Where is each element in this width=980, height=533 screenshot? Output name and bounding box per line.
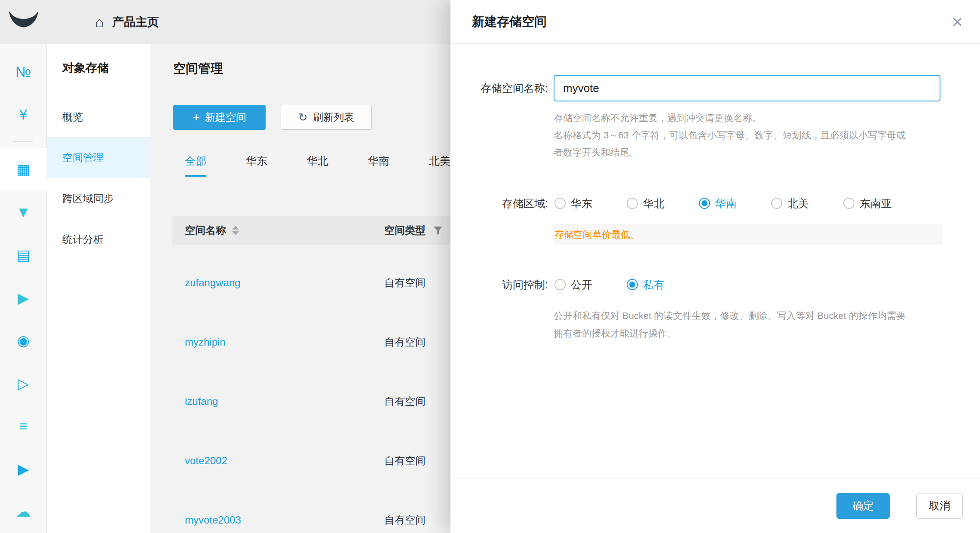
- space-type: 自有空间: [384, 454, 426, 468]
- live-video-icon[interactable]: ▷: [0, 362, 47, 405]
- plus-icon: +: [193, 110, 199, 124]
- radio-icon: [771, 198, 782, 209]
- pipeline-icon[interactable]: ≡: [0, 404, 47, 447]
- tab-all[interactable]: 全部: [185, 154, 206, 177]
- radio-icon: [627, 198, 638, 209]
- refresh-list-button-label: 刷新列表: [313, 110, 354, 124]
- tab-north-china[interactable]: 华北: [307, 154, 328, 177]
- sidebar-item-statistics[interactable]: 统计分析: [47, 219, 150, 260]
- close-icon[interactable]: ×: [952, 12, 963, 31]
- user-service-icon[interactable]: ◉: [0, 319, 47, 362]
- toolbar: + 新建空间 ↻ 刷新列表: [173, 105, 372, 130]
- billing-icon-glyph: ¥: [19, 107, 28, 122]
- radio-icon: [554, 279, 566, 290]
- cdn-icon-glyph: ▼: [16, 205, 31, 219]
- tab-north-america[interactable]: 北美: [429, 154, 450, 177]
- qiniu-logo[interactable]: [0, 0, 47, 44]
- region-option-label: 东南亚: [860, 196, 892, 211]
- radio-icon: [843, 198, 854, 209]
- filter-icon[interactable]: [433, 226, 443, 235]
- storage-region-options: 华东 华北 华南 北美 东南亚: [554, 195, 892, 212]
- drawer-footer: 确定 取消: [450, 478, 980, 533]
- bucket-name-help-line: 者数字开头和结尾。: [554, 144, 953, 161]
- region-option-north-china[interactable]: 华北: [627, 196, 665, 211]
- sort-icon[interactable]: [232, 226, 239, 235]
- region-option-southeast-asia[interactable]: 东南亚: [843, 196, 892, 211]
- billing-icon[interactable]: ¥: [0, 93, 47, 136]
- region-option-south-china[interactable]: 华南: [699, 196, 737, 211]
- sidebar-item-space-management[interactable]: 空间管理: [47, 137, 150, 178]
- dashboard-icon[interactable]: №: [0, 50, 47, 93]
- confirm-button[interactable]: 确定: [836, 493, 890, 519]
- new-space-button-label: 新建空间: [205, 110, 246, 124]
- cloud-icon[interactable]: ☁: [0, 490, 47, 533]
- storage-region-label: 存储区域:: [450, 195, 548, 212]
- refresh-icon: ↻: [298, 111, 308, 124]
- create-bucket-drawer: 新建存储空间 × 存储空间名称: 存储空间名称不允许重复，遇到冲突请更换名称。 …: [450, 0, 980, 533]
- drawer-title: 新建存储空间: [472, 13, 547, 31]
- access-option-public[interactable]: 公开: [554, 278, 592, 292]
- access-control-help-line: 拥有者的授权才能进行操作。: [554, 325, 953, 342]
- access-control-help-line: 公开和私有仅对 Bucket 的读文件生效，修改、删除、写入等对 Bucket …: [554, 307, 953, 325]
- drawer-body: 存储空间名称: 存储空间名称不允许重复，遇到冲突请更换名称。 名称格式为 3～6…: [450, 44, 980, 478]
- app-root: ⌂ 产品主页 № ¥ ▦ ▼ ▤ ▶ ◉ ▷ ≡ ▶ ☁ 对象存储 概览 空间管…: [0, 0, 980, 533]
- bucket-name-input[interactable]: [554, 75, 940, 101]
- live-video-icon-glyph: ▷: [18, 376, 29, 391]
- radio-checked-icon: [699, 198, 710, 209]
- sidebar-title: 对象存储: [47, 44, 150, 76]
- refresh-list-button[interactable]: ↻ 刷新列表: [281, 105, 372, 130]
- access-option-label: 公开: [571, 278, 592, 292]
- cancel-button[interactable]: 取消: [916, 493, 963, 519]
- tab-south-china[interactable]: 华南: [368, 154, 389, 177]
- rail-divider: [13, 141, 33, 142]
- region-option-east-china[interactable]: 华东: [554, 196, 592, 211]
- access-option-private[interactable]: 私有: [627, 278, 665, 292]
- space-link[interactable]: myvote2003: [185, 514, 241, 526]
- access-option-label: 私有: [643, 278, 665, 292]
- storage-icon[interactable]: ▤: [0, 233, 47, 276]
- media-processing-icon[interactable]: ▶: [0, 276, 47, 319]
- sidebar-menu: 概览 空间管理 跨区域同步 统计分析: [47, 96, 150, 260]
- space-type: 自有空间: [384, 513, 426, 527]
- space-link[interactable]: myzhipin: [185, 336, 226, 348]
- space-link[interactable]: zufangwang: [185, 277, 240, 289]
- media-processing-icon-glyph: ▶: [18, 291, 29, 305]
- icon-rail: № ¥ ▦ ▼ ▤ ▶ ◉ ▷ ≡ ▶ ☁: [0, 44, 47, 533]
- sidebar-item-cross-region-sync[interactable]: 跨区域同步: [47, 178, 150, 219]
- bucket-name-help-line: 存储空间名称不允许重复，遇到冲突请更换名称。: [554, 110, 953, 127]
- drawer-header: 新建存储空间 ×: [450, 0, 980, 44]
- dashboard-icon-glyph: №: [15, 64, 31, 79]
- access-control-help: 公开和私有仅对 Bucket 的读文件生效，修改、删除、写入等对 Bucket …: [554, 307, 953, 342]
- radio-icon: [554, 198, 566, 209]
- column-space-name-label: 空间名称: [185, 224, 226, 237]
- column-space-name: 空间名称: [185, 224, 239, 237]
- space-link[interactable]: izufang: [185, 395, 218, 407]
- access-control-label: 访问控制:: [450, 276, 548, 293]
- user-service-icon-glyph: ◉: [17, 333, 30, 348]
- cdn-icon[interactable]: ▼: [0, 191, 47, 234]
- region-option-label: 华东: [571, 196, 592, 211]
- region-tabs: 全部 华东 华北 华南 北美: [185, 154, 490, 177]
- region-option-label: 华北: [643, 196, 665, 211]
- bucket-name-help: 存储空间名称不允许重复，遇到冲突请更换名称。 名称格式为 3～63 个字符，可以…: [554, 110, 953, 161]
- qiniu-logo-icon: [7, 9, 40, 34]
- object-storage-icon[interactable]: ▦: [0, 148, 47, 191]
- space-type: 自有空间: [384, 335, 426, 349]
- region-option-north-america[interactable]: 北美: [771, 196, 809, 211]
- space-link[interactable]: vote2002: [185, 455, 227, 467]
- player-icon-glyph: ▶: [18, 462, 29, 476]
- region-price-note: 存储空间单价最低。: [554, 224, 943, 245]
- page-title: 空间管理: [173, 60, 223, 77]
- player-icon[interactable]: ▶: [0, 447, 47, 490]
- radio-checked-icon: [627, 279, 638, 290]
- column-space-type: 空间类型: [384, 224, 443, 237]
- sidebar-item-overview[interactable]: 概览: [47, 96, 150, 137]
- object-storage-icon-glyph: ▦: [16, 162, 30, 177]
- region-option-label: 北美: [787, 196, 809, 211]
- home-icon[interactable]: ⌂: [95, 15, 104, 29]
- new-space-button[interactable]: + 新建空间: [173, 105, 266, 130]
- product-home-link[interactable]: 产品主页: [113, 14, 159, 30]
- bucket-name-help-line: 名称格式为 3～63 个字符，可以包含小写字母、数字、短划线，且必须以小写字母或: [554, 127, 953, 144]
- sidebar: 对象存储 概览 空间管理 跨区域同步 统计分析: [47, 44, 150, 533]
- tab-east-china[interactable]: 华东: [246, 154, 267, 177]
